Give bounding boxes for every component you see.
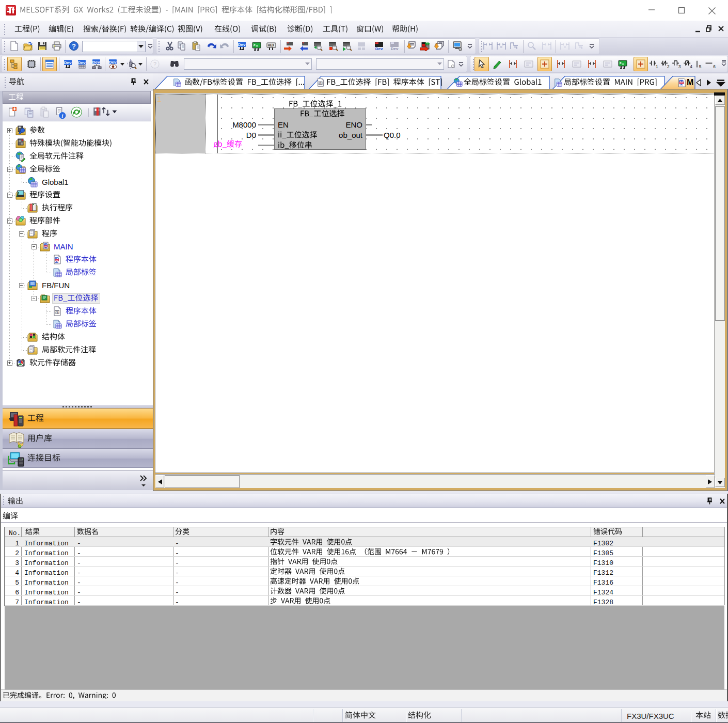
- svg-text:Dev: Dev: [64, 60, 72, 65]
- svg-text:Dev: Dev: [391, 46, 399, 51]
- svg-text:Dev: Dev: [238, 42, 246, 47]
- svg-text:Dev: Dev: [109, 60, 117, 65]
- svg-text:5: 5: [699, 65, 702, 69]
- svg-text:HEX: HEX: [268, 43, 275, 48]
- svg-text:4: 4: [690, 65, 692, 69]
- svg-text:Dev: Dev: [375, 46, 383, 51]
- svg-text:1: 1: [656, 65, 658, 69]
- svg-text:?: ?: [72, 42, 76, 50]
- svg-text:Dev: Dev: [92, 60, 100, 65]
- svg-text:ST: ST: [55, 310, 60, 314]
- svg-text:?: ?: [153, 61, 156, 67]
- svg-text:3: 3: [678, 65, 681, 69]
- svg-text:6: 6: [713, 65, 716, 69]
- svg-text:2: 2: [667, 65, 670, 69]
- svg-text:ST: ST: [319, 81, 323, 85]
- svg-text:Dev: Dev: [78, 60, 86, 65]
